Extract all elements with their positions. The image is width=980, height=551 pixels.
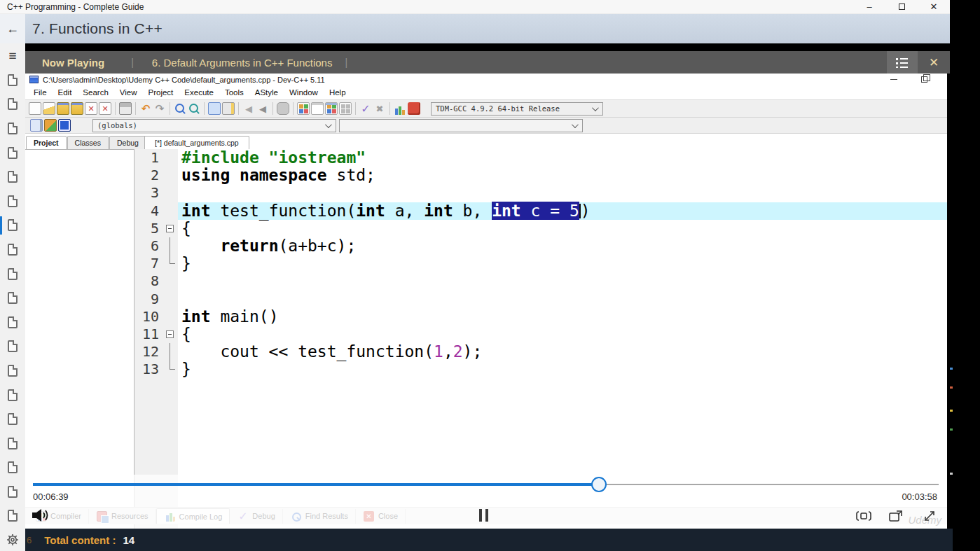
menu-file: File [28, 88, 53, 97]
document-icon [8, 292, 18, 304]
menu-help: Help [324, 88, 352, 97]
menu-astyle: AStyle [249, 88, 284, 97]
toolbar-separator [170, 102, 170, 115]
lecture-item[interactable] [0, 335, 25, 359]
fold-gutter [163, 343, 178, 361]
new-file-icon [29, 102, 41, 115]
toolbar-separator [135, 102, 136, 115]
panel-tab-classes: Classes [67, 136, 109, 149]
pause-button[interactable] [479, 509, 495, 523]
document-icon [8, 195, 18, 207]
lecture-item[interactable] [0, 68, 25, 92]
editor-tab: [*] default_arguments.cpp [144, 136, 249, 149]
lecture-item[interactable] [0, 141, 25, 165]
fold-end-icon [170, 255, 175, 264]
lecture-item[interactable] [0, 286, 25, 310]
ide-titlebar: C:\Users\admin\Desktop\Udemy C++ Code\de… [25, 74, 947, 85]
popout-button[interactable] [887, 508, 905, 524]
player-close-button[interactable]: ✕ [918, 51, 950, 74]
seek-handle[interactable] [591, 477, 607, 492]
fold-line-icon [170, 343, 170, 361]
menu-view: View [114, 88, 143, 97]
document-icon [8, 486, 18, 498]
document-icon [8, 268, 18, 280]
toolbar-separator [272, 102, 273, 115]
forward-icon [256, 102, 269, 115]
lecture-item[interactable] [0, 358, 25, 383]
chevron-down-icon [572, 121, 579, 128]
code-text: } [178, 361, 947, 378]
remaining-time: 00:03:58 [902, 491, 937, 502]
separator: | [131, 57, 134, 68]
maximize-button[interactable] [885, 0, 918, 13]
lecture-item[interactable] [0, 407, 25, 431]
document-icon [8, 219, 18, 231]
menu-project: Project [143, 88, 179, 97]
lecture-item[interactable] [0, 480, 25, 504]
fold-gutter [163, 220, 178, 237]
close-button[interactable]: ✕ [918, 0, 950, 13]
ide-minimize-icon [890, 79, 897, 80]
line-number: 4 [134, 202, 163, 220]
abort-icon [373, 102, 386, 115]
find-icon [174, 102, 186, 115]
globals-select-value: (globals) [97, 121, 137, 130]
lecture-item[interactable] [0, 262, 25, 286]
menu-button[interactable]: ≡ [8, 49, 16, 62]
lecture-item[interactable] [0, 504, 25, 529]
section-header: 7. Functions in C++ [25, 14, 950, 43]
seek-bar[interactable] [33, 481, 939, 488]
app-title: C++ Programming - Complete Guide [7, 2, 144, 12]
line-number: 7 [134, 255, 163, 272]
goto-line-icon [222, 102, 235, 115]
lecture-item[interactable] [0, 431, 25, 456]
ide-restore-icon [921, 76, 927, 83]
lecture-item[interactable] [0, 116, 25, 141]
document-icon [8, 123, 18, 134]
maximize-icon [899, 4, 905, 10]
fold-gutter [163, 272, 178, 290]
line-number: 13 [134, 361, 163, 378]
lecture-item-selected[interactable] [0, 214, 25, 238]
theater-mode-button[interactable] [855, 508, 873, 524]
fold-gutter [163, 361, 178, 378]
lecture-item[interactable] [0, 237, 25, 262]
lecture-item[interactable] [0, 165, 25, 189]
code-text: return(a+b+c); [178, 237, 947, 255]
document-icon [8, 98, 18, 110]
code-text: using namespace std; [178, 167, 947, 184]
document-icon [8, 171, 18, 183]
line-number: 2 [134, 167, 163, 184]
volume-button[interactable] [31, 508, 59, 524]
lecture-item[interactable] [0, 456, 25, 480]
back-button[interactable]: ← [0, 14, 25, 43]
seek-fill [33, 483, 599, 486]
panel-tab-debug: Debug [109, 136, 146, 149]
playlist-button[interactable] [887, 51, 918, 74]
lecture-item[interactable] [0, 92, 25, 117]
code-text: } [178, 255, 947, 272]
line-number: 11 [134, 326, 163, 343]
window-grid-icon [339, 102, 352, 115]
toolbar-separator [355, 102, 356, 115]
ide-body: 1#include "iostream"2using namespace std… [25, 149, 947, 529]
line-number: 8 [134, 272, 163, 290]
lecture-item[interactable] [0, 310, 25, 335]
fold-box-icon [166, 330, 174, 338]
total-content-label: Total content : [44, 534, 116, 546]
code-line-11: 11{ [134, 326, 947, 343]
code-text: #include "iostream" [178, 149, 947, 167]
fold-gutter [163, 149, 178, 167]
delete-profile-icon [408, 102, 420, 115]
code-line-7: 7} [134, 255, 947, 272]
lecture-item[interactable] [0, 383, 25, 407]
minimize-button[interactable]: – [853, 0, 885, 13]
goto-declaration-icon [58, 119, 71, 132]
fold-gutter [163, 326, 178, 343]
code-text [178, 291, 947, 308]
code-line-1: 1#include "iostream" [134, 149, 947, 167]
lecture-item[interactable] [0, 189, 25, 214]
settings-button[interactable] [0, 533, 25, 547]
ide-tab-row: ProjectClassesDebug [*] default_argument… [25, 134, 947, 149]
player-controls-overlay: 00:06:39 00:03:58 [25, 475, 947, 529]
